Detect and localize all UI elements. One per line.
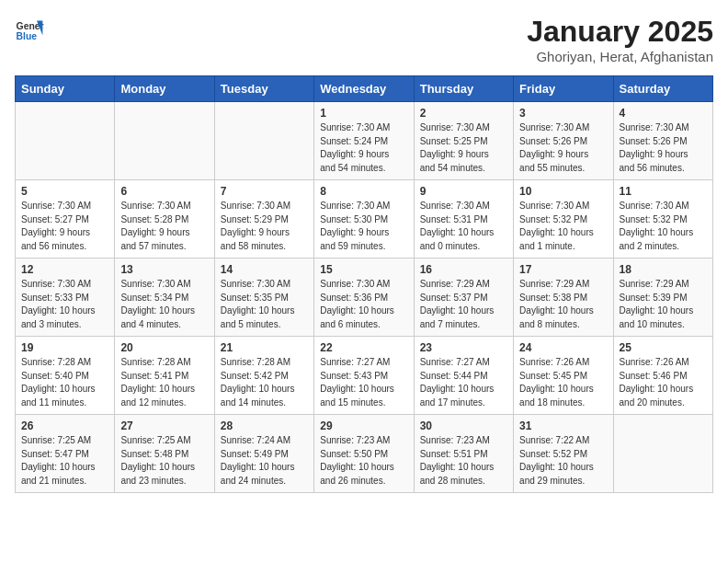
calendar-subtitle: Ghoriyan, Herat, Afghanistan: [527, 49, 713, 64]
calendar-cell: 23Sunrise: 7:27 AM Sunset: 5:44 PM Dayli…: [414, 337, 513, 415]
day-info: Sunrise: 7:26 AM Sunset: 5:45 PM Dayligh…: [519, 356, 607, 409]
calendar-cell: 20Sunrise: 7:28 AM Sunset: 5:41 PM Dayli…: [115, 337, 214, 415]
calendar-cell: 7Sunrise: 7:30 AM Sunset: 5:29 PM Daylig…: [214, 180, 313, 259]
logo-icon: General Blue: [15, 15, 44, 44]
weekday-header-saturday: Saturday: [613, 76, 712, 102]
calendar-cell: 10Sunrise: 7:30 AM Sunset: 5:32 PM Dayli…: [514, 180, 613, 259]
day-info: Sunrise: 7:30 AM Sunset: 5:30 PM Dayligh…: [320, 200, 407, 253]
day-info: Sunrise: 7:29 AM Sunset: 5:39 PM Dayligh…: [620, 278, 707, 331]
weekday-header-monday: Monday: [115, 76, 214, 102]
day-number: 17: [519, 263, 607, 276]
calendar-cell: 18Sunrise: 7:29 AM Sunset: 5:39 PM Dayli…: [613, 259, 712, 337]
day-number: 16: [420, 263, 507, 276]
day-info: Sunrise: 7:25 AM Sunset: 5:47 PM Dayligh…: [21, 434, 108, 488]
calendar-cell: 16Sunrise: 7:29 AM Sunset: 5:37 PM Dayli…: [414, 259, 513, 337]
day-info: Sunrise: 7:27 AM Sunset: 5:43 PM Dayligh…: [320, 356, 407, 409]
day-info: Sunrise: 7:30 AM Sunset: 5:35 PM Dayligh…: [221, 278, 308, 331]
day-info: Sunrise: 7:30 AM Sunset: 5:24 PM Dayligh…: [320, 121, 407, 175]
day-info: Sunrise: 7:30 AM Sunset: 5:36 PM Dayligh…: [320, 278, 407, 331]
calendar-cell: 9Sunrise: 7:30 AM Sunset: 5:31 PM Daylig…: [414, 180, 513, 259]
svg-text:Blue: Blue: [17, 31, 38, 41]
calendar-cell: 12Sunrise: 7:30 AM Sunset: 5:33 PM Dayli…: [16, 259, 115, 337]
calendar-cell: 3Sunrise: 7:30 AM Sunset: 5:26 PM Daylig…: [514, 102, 613, 180]
day-number: 25: [620, 341, 707, 354]
calendar-cell: [16, 102, 115, 180]
calendar-cell: 14Sunrise: 7:30 AM Sunset: 5:35 PM Dayli…: [214, 259, 313, 337]
day-number: 5: [21, 185, 108, 198]
day-number: 29: [320, 419, 407, 432]
day-number: 20: [120, 341, 208, 354]
calendar-cell: 24Sunrise: 7:26 AM Sunset: 5:45 PM Dayli…: [514, 337, 613, 415]
page-header: General Blue January 2025 Ghoriyan, Hera…: [15, 15, 713, 64]
day-number: 7: [221, 185, 308, 198]
calendar-cell: 5Sunrise: 7:30 AM Sunset: 5:27 PM Daylig…: [16, 180, 115, 259]
day-number: 14: [221, 263, 308, 276]
day-number: 26: [21, 419, 108, 432]
logo: General Blue: [15, 15, 44, 44]
day-number: 15: [320, 263, 407, 276]
day-number: 31: [519, 419, 607, 432]
day-number: 12: [21, 263, 108, 276]
weekday-header-wednesday: Wednesday: [314, 76, 414, 102]
day-info: Sunrise: 7:30 AM Sunset: 5:26 PM Dayligh…: [519, 121, 607, 175]
day-info: Sunrise: 7:28 AM Sunset: 5:42 PM Dayligh…: [221, 356, 308, 409]
calendar-cell: [613, 415, 712, 493]
calendar-cell: 2Sunrise: 7:30 AM Sunset: 5:25 PM Daylig…: [414, 102, 513, 180]
calendar-cell: 6Sunrise: 7:30 AM Sunset: 5:28 PM Daylig…: [115, 180, 214, 259]
day-info: Sunrise: 7:25 AM Sunset: 5:48 PM Dayligh…: [120, 434, 208, 488]
day-number: 1: [320, 107, 407, 120]
calendar-cell: 13Sunrise: 7:30 AM Sunset: 5:34 PM Dayli…: [115, 259, 214, 337]
day-number: 23: [420, 341, 507, 354]
day-info: Sunrise: 7:23 AM Sunset: 5:51 PM Dayligh…: [420, 434, 507, 488]
calendar-cell: 15Sunrise: 7:30 AM Sunset: 5:36 PM Dayli…: [314, 259, 414, 337]
day-info: Sunrise: 7:29 AM Sunset: 5:38 PM Dayligh…: [519, 278, 607, 331]
day-number: 2: [420, 107, 507, 120]
calendar-cell: 28Sunrise: 7:24 AM Sunset: 5:49 PM Dayli…: [214, 415, 313, 493]
calendar-cell: 29Sunrise: 7:23 AM Sunset: 5:50 PM Dayli…: [314, 415, 414, 493]
day-info: Sunrise: 7:30 AM Sunset: 5:25 PM Dayligh…: [420, 121, 507, 175]
day-number: 22: [320, 341, 407, 354]
weekday-header-row: SundayMondayTuesdayWednesdayThursdayFrid…: [16, 76, 713, 102]
day-number: 21: [221, 341, 308, 354]
calendar-cell: 30Sunrise: 7:23 AM Sunset: 5:51 PM Dayli…: [414, 415, 513, 493]
day-info: Sunrise: 7:30 AM Sunset: 5:29 PM Dayligh…: [221, 200, 308, 253]
weekday-header-tuesday: Tuesday: [214, 76, 313, 102]
calendar-table: SundayMondayTuesdayWednesdayThursdayFrid…: [15, 75, 713, 493]
day-info: Sunrise: 7:30 AM Sunset: 5:28 PM Dayligh…: [120, 200, 208, 253]
day-info: Sunrise: 7:30 AM Sunset: 5:27 PM Dayligh…: [21, 200, 108, 253]
calendar-week-row: 5Sunrise: 7:30 AM Sunset: 5:27 PM Daylig…: [16, 180, 713, 259]
day-info: Sunrise: 7:30 AM Sunset: 5:32 PM Dayligh…: [519, 200, 607, 253]
calendar-week-row: 19Sunrise: 7:28 AM Sunset: 5:40 PM Dayli…: [16, 337, 713, 415]
calendar-cell: 25Sunrise: 7:26 AM Sunset: 5:46 PM Dayli…: [613, 337, 712, 415]
day-number: 8: [320, 185, 407, 198]
day-info: Sunrise: 7:29 AM Sunset: 5:37 PM Dayligh…: [420, 278, 507, 331]
day-info: Sunrise: 7:26 AM Sunset: 5:46 PM Dayligh…: [620, 356, 707, 409]
day-number: 6: [120, 185, 208, 198]
calendar-week-row: 26Sunrise: 7:25 AM Sunset: 5:47 PM Dayli…: [16, 415, 713, 493]
day-number: 9: [420, 185, 507, 198]
day-number: 24: [519, 341, 607, 354]
weekday-header-friday: Friday: [514, 76, 613, 102]
day-info: Sunrise: 7:28 AM Sunset: 5:40 PM Dayligh…: [21, 356, 108, 409]
day-number: 13: [120, 263, 208, 276]
day-info: Sunrise: 7:23 AM Sunset: 5:50 PM Dayligh…: [320, 434, 407, 488]
day-info: Sunrise: 7:22 AM Sunset: 5:52 PM Dayligh…: [519, 434, 607, 488]
day-number: 18: [620, 263, 707, 276]
day-info: Sunrise: 7:30 AM Sunset: 5:33 PM Dayligh…: [21, 278, 108, 331]
calendar-cell: 27Sunrise: 7:25 AM Sunset: 5:48 PM Dayli…: [115, 415, 214, 493]
calendar-cell: 17Sunrise: 7:29 AM Sunset: 5:38 PM Dayli…: [514, 259, 613, 337]
calendar-cell: [115, 102, 214, 180]
calendar-title: January 2025: [527, 15, 713, 49]
day-number: 30: [420, 419, 507, 432]
weekday-header-thursday: Thursday: [414, 76, 513, 102]
calendar-cell: 21Sunrise: 7:28 AM Sunset: 5:42 PM Dayli…: [214, 337, 313, 415]
day-info: Sunrise: 7:27 AM Sunset: 5:44 PM Dayligh…: [420, 356, 507, 409]
day-number: 27: [120, 419, 208, 432]
calendar-cell: 1Sunrise: 7:30 AM Sunset: 5:24 PM Daylig…: [314, 102, 414, 180]
calendar-cell: 4Sunrise: 7:30 AM Sunset: 5:26 PM Daylig…: [613, 102, 712, 180]
weekday-header-sunday: Sunday: [16, 76, 115, 102]
day-number: 19: [21, 341, 108, 354]
calendar-cell: 19Sunrise: 7:28 AM Sunset: 5:40 PM Dayli…: [16, 337, 115, 415]
calendar-cell: 26Sunrise: 7:25 AM Sunset: 5:47 PM Dayli…: [16, 415, 115, 493]
calendar-cell: 31Sunrise: 7:22 AM Sunset: 5:52 PM Dayli…: [514, 415, 613, 493]
